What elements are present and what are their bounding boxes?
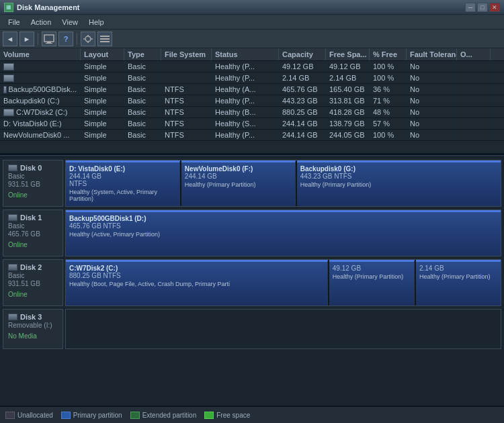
menu-help[interactable]: Help xyxy=(83,17,110,28)
td-pct: 71 % xyxy=(370,95,407,106)
partition-status-0-0: Healthy (System, Active, Primary Partiti… xyxy=(69,189,176,202)
disk-no-media xyxy=(65,309,501,349)
partition-name-2-0: C:W7Disk2 (C:) xyxy=(69,265,324,272)
disk-type-2: Basic xyxy=(8,272,58,279)
partition-size-2-2: 2.14 GB xyxy=(419,265,497,272)
td-fs: NTFS xyxy=(161,95,212,106)
disk-type-1: Basic xyxy=(8,222,58,230)
table-row[interactable]: Backup500GBDisk... Simple Basic NTFS Hea… xyxy=(0,84,504,95)
window-controls[interactable]: ─ □ ✕ xyxy=(465,3,500,12)
toolbar: ◄ ► ? xyxy=(0,30,504,48)
td-type: Basic xyxy=(124,130,161,140)
close-button[interactable]: ✕ xyxy=(489,3,500,12)
disk-view-body: Disk 0 Basic 931.51 GB Online D: VistaDi… xyxy=(3,160,501,349)
partition-status-0-1: Healthy (Primary Partition) xyxy=(185,181,292,188)
disk-status-2: Online xyxy=(8,291,58,298)
svg-rect-8 xyxy=(100,36,110,37)
td-pct: 57 % xyxy=(370,118,407,129)
partition-1-0[interactable]: Backup500GBDisk1 (D:) 465.76 GB NTFS Hea… xyxy=(66,210,501,256)
menu-action[interactable]: Action xyxy=(26,17,57,28)
td-volume xyxy=(0,61,81,72)
col-header-fault: Fault Tolerance xyxy=(407,48,457,60)
partition-0-0[interactable]: D: VistaDisk0 (E:) 244.14 GB NTFS Health… xyxy=(66,160,180,206)
disk-type-3: Removable (I:) xyxy=(8,322,58,329)
td-free: 2.14 GB xyxy=(326,73,370,83)
partition-status-2-2: Healthy (Primary Partition) xyxy=(419,273,497,280)
col-header-status: Status xyxy=(212,48,279,60)
legend-label-unallocated: Unallocated xyxy=(17,412,53,419)
td-volume: C:W7Disk2 (C:) xyxy=(0,107,81,117)
td-type: Basic xyxy=(124,107,161,117)
td-fs: NTFS xyxy=(161,107,212,117)
td-status: Healthy (S... xyxy=(212,118,279,129)
td-type: Basic xyxy=(124,84,161,95)
table-row[interactable]: Backupdisk0 (C:) Simple Basic NTFS Healt… xyxy=(0,95,504,107)
col-header-type: Type xyxy=(124,48,161,60)
disk-status-1: Online xyxy=(8,241,58,248)
legend-unallocated: Unallocated xyxy=(5,412,53,419)
td-status: Healthy (P... xyxy=(212,73,279,83)
table-row[interactable]: C:W7Disk2 (C:) Simple Basic NTFS Healthy… xyxy=(0,107,504,118)
partition-0-2[interactable]: Backupdisk0 (G:) 443.23 GB NTFS Healthy … xyxy=(297,160,501,206)
partition-2-2[interactable]: 2.14 GB Healthy (Primary Partition) xyxy=(416,260,501,306)
td-type: Basic xyxy=(124,95,161,106)
app-title: Disk Management xyxy=(17,3,80,11)
legend-box-unallocated xyxy=(5,412,15,419)
menu-view[interactable]: View xyxy=(56,17,83,28)
td-pct: 100 % xyxy=(370,61,407,72)
td-fs: NTFS xyxy=(161,118,212,129)
forward-button[interactable]: ► xyxy=(19,32,34,46)
td-capacity: 465.76 GB xyxy=(279,84,326,95)
menu-file[interactable]: File xyxy=(3,17,26,28)
td-fs: NTFS xyxy=(161,84,212,95)
td-oh xyxy=(457,130,491,140)
partition-2-1[interactable]: 49.12 GB Healthy (Primary Partition) xyxy=(329,260,415,306)
table-area[interactable]: Volume Layout Type File System Status Ca… xyxy=(0,48,504,154)
td-fault: No xyxy=(407,107,457,117)
partition-name-0-1: NewVolumeDisk0 (F:) xyxy=(185,165,292,173)
disk-size-1: 465.76 GB xyxy=(8,230,58,238)
table-row[interactable]: D: VistaDisk0 (E:) Simple Basic NTFS Hea… xyxy=(0,118,504,130)
td-free: 165.40 GB xyxy=(326,84,370,95)
td-oh xyxy=(457,84,491,95)
td-layout: Simple xyxy=(81,130,124,140)
disk-label: Disk 0 Basic 931.51 GB Online xyxy=(3,160,63,207)
td-pct: 100 % xyxy=(370,130,407,140)
disk-status-3: No Media xyxy=(8,332,58,340)
partition-size-2-1: 49.12 GB xyxy=(333,265,411,272)
title-bar: ▦ Disk Management ─ □ ✕ xyxy=(0,0,504,15)
col-header-oh: O... xyxy=(457,48,491,60)
legend: Unallocated Primary partition Extended p… xyxy=(0,406,504,423)
td-oh xyxy=(457,61,491,72)
td-volume: Backupdisk0 (C:) xyxy=(0,95,81,106)
main-content: Volume Layout Type File System Status Ca… xyxy=(0,48,504,406)
td-status: Healthy (A... xyxy=(212,84,279,95)
partition-size-0-0: 244.14 GB xyxy=(69,173,176,180)
td-oh xyxy=(457,107,491,117)
td-oh xyxy=(457,73,491,83)
td-status: Healthy (P... xyxy=(212,61,279,72)
disk-row: Disk 1 Basic 465.76 GB Online Backup500G… xyxy=(3,209,501,256)
table-row[interactable]: Simple Basic Healthy (P... 2.14 GB 2.14 … xyxy=(0,73,504,84)
disk-name-0: Disk 0 xyxy=(20,164,42,172)
toolbar-separator-2 xyxy=(77,33,77,45)
table-row[interactable]: Simple Basic Healthy (P... 49.12 GB 49.1… xyxy=(0,61,504,73)
list-button[interactable] xyxy=(97,32,112,46)
partition-0-1[interactable]: NewVolumeDisk0 (F:) 244.14 GB Healthy (P… xyxy=(181,160,296,206)
disk-partitions-2: C:W7Disk2 (C:) 880.25 GB NTFS Healthy (B… xyxy=(65,259,501,306)
td-capacity: 443.23 GB xyxy=(279,95,326,106)
table-row[interactable]: NewVolumeDisk0 ... Simple Basic NTFS Hea… xyxy=(0,130,504,141)
disk-type-0: Basic xyxy=(8,173,58,180)
col-header-volume: Volume xyxy=(0,48,81,60)
back-button[interactable]: ◄ xyxy=(3,32,17,46)
partition-2-0[interactable]: C:W7Disk2 (C:) 880.25 GB NTFS Healthy (B… xyxy=(66,260,328,306)
disk-size-2: 931.51 GB xyxy=(8,280,58,287)
td-status: Healthy (B... xyxy=(212,107,279,117)
minimize-button[interactable]: ─ xyxy=(465,3,476,12)
properties-button[interactable] xyxy=(81,32,95,46)
screen-button[interactable] xyxy=(42,32,56,46)
disk-view[interactable]: Disk 0 Basic 931.51 GB Online D: VistaDi… xyxy=(0,157,504,406)
svg-rect-0 xyxy=(44,35,54,42)
help-button[interactable]: ? xyxy=(58,32,73,46)
maximize-button[interactable]: □ xyxy=(477,3,488,12)
